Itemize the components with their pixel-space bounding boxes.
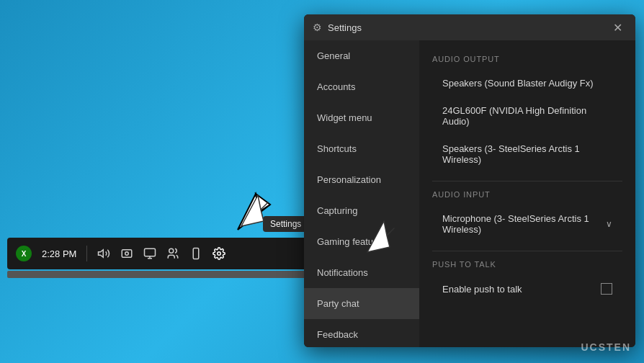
svg-point-4 xyxy=(125,252,129,256)
arrow-cursor-settings xyxy=(231,187,274,237)
xbox-button[interactable]: X xyxy=(16,246,32,261)
audio-option-audigy-label: Speakers (Sound Blaster Audigy Fx) xyxy=(442,78,594,89)
taskbar-separator xyxy=(86,246,87,261)
settings-body: General Accounts Widget menu Shortcuts P… xyxy=(304,40,635,347)
audio-input-label: AUDIO INPUT xyxy=(432,190,622,199)
nav-item-accounts[interactable]: Accounts xyxy=(304,71,419,102)
svg-rect-9 xyxy=(194,248,200,259)
taskbar-icons xyxy=(97,247,225,260)
audio-option-audigy[interactable]: Speakers (Sound Blaster Audigy Fx) xyxy=(432,71,622,96)
settings-gear-taskbar-icon[interactable] xyxy=(213,247,225,260)
microphone-label: Microphone (3- SteelSeries Arctis 1 Wire… xyxy=(442,213,606,235)
users-icon[interactable] xyxy=(166,247,179,260)
settings-nav: General Accounts Widget menu Shortcuts P… xyxy=(304,40,419,347)
xbox-icon: X xyxy=(22,250,27,258)
chevron-down-icon: ∨ xyxy=(606,219,612,229)
monitor-icon[interactable] xyxy=(143,247,156,260)
svg-rect-3 xyxy=(122,250,133,258)
audio-option-nvidia[interactable]: 24GL600F (NVIDIA High Definition Audio) xyxy=(432,98,622,134)
nav-item-personalization[interactable]: Personalization xyxy=(304,164,419,195)
audio-output-label: AUDIO OUTPUT xyxy=(432,55,622,63)
svg-point-8 xyxy=(169,248,174,253)
taskbar: X 2:28 PM xyxy=(7,238,310,269)
svg-marker-2 xyxy=(99,250,104,258)
taskbar-progress-bar xyxy=(7,271,310,278)
nav-item-widget-menu[interactable]: Widget menu xyxy=(304,102,419,133)
audio-option-arctis[interactable]: Speakers (3- SteelSeries Arctis 1 Wirele… xyxy=(432,136,622,172)
push-to-talk-row: Enable push to talk xyxy=(432,276,622,302)
phone-icon[interactable] xyxy=(189,247,202,260)
svg-point-11 xyxy=(218,252,221,256)
push-to-talk-enable-label: Enable push to talk xyxy=(442,284,522,295)
watermark-text: UCSTEN xyxy=(581,341,631,353)
nav-item-party-chat[interactable]: Party chat xyxy=(304,288,419,319)
settings-window-title: Settings xyxy=(328,22,602,33)
settings-content: AUDIO OUTPUT Speakers (Sound Blaster Aud… xyxy=(419,40,635,347)
nav-item-general[interactable]: General xyxy=(304,40,419,71)
settings-close-button[interactable]: ✕ xyxy=(608,18,627,37)
settings-window: ⚙ Settings ✕ General Accounts Widget men… xyxy=(304,14,635,347)
svg-rect-5 xyxy=(145,248,156,256)
nav-item-shortcuts[interactable]: Shortcuts xyxy=(304,133,419,164)
audio-option-nvidia-label: 24GL600F (NVIDIA High Definition Audio) xyxy=(442,105,586,127)
section-divider-1 xyxy=(432,181,622,182)
taskbar-time: 2:28 PM xyxy=(42,248,76,259)
arrow-cursor-party-chat xyxy=(357,212,400,263)
push-to-talk-section: PUSH TO TALK Enable push to talk xyxy=(432,260,622,302)
push-to-talk-checkbox[interactable] xyxy=(601,283,612,295)
screenshot-icon[interactable] xyxy=(120,247,133,260)
nav-item-feedback[interactable]: Feedback xyxy=(304,319,419,347)
volume-icon[interactable] xyxy=(97,247,110,260)
push-to-talk-label: PUSH TO TALK xyxy=(432,260,622,269)
settings-title-gear-icon: ⚙ xyxy=(313,22,322,33)
microphone-dropdown[interactable]: Microphone (3- SteelSeries Arctis 1 Wire… xyxy=(432,206,622,242)
section-divider-2 xyxy=(432,251,622,251)
audio-option-arctis-label: Speakers (3- SteelSeries Arctis 1 Wirele… xyxy=(442,143,580,165)
settings-titlebar: ⚙ Settings ✕ xyxy=(304,14,635,40)
